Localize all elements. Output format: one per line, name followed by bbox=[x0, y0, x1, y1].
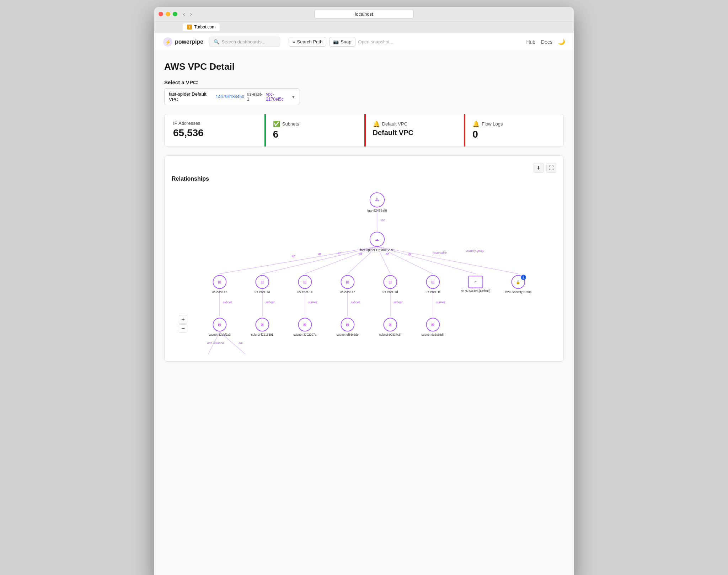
metric-ip-value: 65,536 bbox=[173, 127, 256, 139]
vpc-tag: vpc-2170ef5c bbox=[266, 92, 289, 102]
svg-text:us-east-1b: us-east-1b bbox=[212, 290, 228, 294]
search-bar[interactable]: 🔍 Search dashboards... bbox=[209, 37, 280, 47]
svg-line-4 bbox=[220, 246, 377, 274]
graph-toolbar: ⬇ ⛶ bbox=[172, 163, 556, 173]
metric-subnets-value: 6 bbox=[273, 129, 355, 140]
node-igw[interactable]: 🖧 igw-82488af8 bbox=[367, 193, 387, 213]
svg-text:subnet: subnet bbox=[223, 300, 232, 304]
svg-text:ec2 instance: ec2 instance bbox=[207, 341, 224, 345]
svg-text:⊠: ⊠ bbox=[303, 323, 306, 327]
svg-text:subnet-3702107a: subnet-3702107a bbox=[294, 333, 317, 336]
close-button[interactable] bbox=[159, 12, 163, 16]
node-vpc[interactable]: ☁ fast-spider Default VPC bbox=[360, 232, 395, 252]
title-bar-center: localhost bbox=[314, 10, 414, 18]
svg-text:subnet-82bbf2a3: subnet-82bbf2a3 bbox=[209, 333, 231, 336]
relationships-section: ⬇ ⛶ Relationships vpc az az az bbox=[164, 155, 564, 362]
ok-icon: ✅ bbox=[273, 121, 280, 127]
node-sn1[interactable]: ⊠ subnet-82bbf2a3 bbox=[209, 318, 231, 336]
svg-text:az: az bbox=[318, 252, 322, 256]
svg-text:⊞: ⊞ bbox=[431, 280, 434, 284]
search-icon: 🔍 bbox=[214, 39, 219, 44]
svg-text:subnet-ef55c3de: subnet-ef55c3de bbox=[337, 333, 359, 336]
node-sn3[interactable]: ⊠ subnet-3702107a bbox=[294, 318, 317, 336]
metric-subnets: ✅ Subnets 6 bbox=[264, 114, 364, 147]
title-bar: ‹ › localhost bbox=[154, 7, 574, 21]
theme-toggle[interactable]: 🌙 bbox=[558, 38, 565, 45]
svg-text:subnet: subnet bbox=[436, 300, 445, 304]
back-button[interactable]: ‹ bbox=[182, 11, 186, 17]
svg-text:az: az bbox=[386, 252, 389, 256]
search-path-button[interactable]: ≡ Search Path bbox=[289, 37, 326, 47]
hub-link[interactable]: Hub bbox=[526, 39, 535, 45]
svg-text:⊞: ⊞ bbox=[389, 280, 392, 284]
fullscreen-graph-button[interactable]: ⛶ bbox=[546, 163, 556, 173]
node-sn2[interactable]: ⊠ subnet-f7216391 bbox=[251, 318, 274, 336]
node-az1b[interactable]: ⊞ us-east-1b bbox=[212, 275, 228, 294]
node-sn4[interactable]: ⊠ subnet-ef55c3de bbox=[337, 318, 359, 336]
fullscreen-button[interactable] bbox=[173, 12, 177, 16]
svg-text:rtb-97a441e6 [Default]: rtb-97a441e6 [Default] bbox=[461, 289, 491, 293]
mac-window: ‹ › localhost T Turbot.com ⚡ powerpipe 🔍… bbox=[154, 7, 574, 575]
camera-icon: 📷 bbox=[333, 39, 339, 44]
alert-icon-vpc: 🔔 bbox=[373, 121, 380, 127]
svg-text:⊠: ⊠ bbox=[218, 323, 221, 327]
svg-text:eni: eni bbox=[239, 341, 243, 345]
metric-ip-label: IP Addresses bbox=[173, 121, 256, 126]
forward-button[interactable]: › bbox=[188, 11, 193, 17]
logo-text: powerpipe bbox=[175, 39, 203, 45]
node-rtb[interactable]: ≡ rtb-97a441e6 [Default] bbox=[461, 276, 491, 292]
metric-flow-logs: 🔔 Flow Logs 0 bbox=[464, 114, 563, 147]
minimize-button[interactable] bbox=[166, 12, 170, 16]
svg-text:≡: ≡ bbox=[475, 280, 477, 284]
node-az1f[interactable]: ⊞ us-east-1f bbox=[425, 275, 440, 294]
svg-text:⊠: ⊠ bbox=[261, 323, 264, 327]
node-az1c[interactable]: ⊞ us-east-1c bbox=[297, 275, 312, 294]
snap-button[interactable]: 📷 Snap bbox=[329, 37, 355, 47]
svg-text:fast-spider Default VPC: fast-spider Default VPC bbox=[360, 248, 395, 252]
svg-text:🖧: 🖧 bbox=[375, 198, 379, 202]
vpc-dropdown[interactable]: fast-spider Default VPC 146794183450 us-… bbox=[164, 88, 299, 105]
node-sg[interactable]: 🔒 VPC Security Group 8 bbox=[505, 275, 531, 294]
node-sn5[interactable]: ⊠ subnet-00337c5f bbox=[379, 318, 402, 336]
node-sn6[interactable]: ⊠ subnet-da6c68d4 bbox=[422, 318, 445, 336]
docs-link[interactable]: Docs bbox=[541, 39, 552, 45]
svg-text:8: 8 bbox=[523, 276, 524, 279]
open-snapshot-label[interactable]: Open snapshot... bbox=[358, 39, 394, 44]
svg-text:subnet: subnet bbox=[266, 300, 275, 304]
header-actions: ≡ Search Path 📷 Snap Open snapshot... bbox=[289, 37, 394, 47]
svg-text:🔒: 🔒 bbox=[516, 280, 520, 284]
svg-text:⊞: ⊞ bbox=[346, 280, 349, 284]
search-path-label: Search Path bbox=[297, 39, 323, 44]
search-placeholder: Search dashboards... bbox=[221, 39, 266, 44]
metric-default-vpc-value: Default VPC bbox=[373, 129, 455, 137]
tab-label: Turbot.com bbox=[194, 25, 215, 30]
svg-text:security group: security group bbox=[466, 249, 484, 252]
zoom-out-button[interactable]: − bbox=[179, 324, 187, 333]
metric-flow-logs-label: Flow Logs bbox=[482, 121, 503, 127]
svg-text:us-east-1a: us-east-1a bbox=[255, 290, 270, 294]
url-bar[interactable]: localhost bbox=[314, 10, 414, 18]
logo[interactable]: ⚡ powerpipe bbox=[163, 37, 203, 47]
node-az1e[interactable]: ⊞ us-east-1e bbox=[340, 275, 355, 294]
relationships-title: Relationships bbox=[172, 176, 556, 182]
zoom-controls: + − bbox=[179, 315, 187, 333]
svg-text:⊞: ⊞ bbox=[261, 280, 264, 284]
download-button[interactable]: ⬇ bbox=[534, 163, 544, 173]
node-az1a[interactable]: ⊞ us-east-1a bbox=[255, 275, 270, 294]
browser-tab[interactable]: T Turbot.com bbox=[183, 23, 220, 31]
svg-text:us-east-1d: us-east-1d bbox=[382, 290, 398, 294]
metric-subnets-header: ✅ Subnets bbox=[273, 121, 355, 127]
svg-text:subnet-da6c68d4: subnet-da6c68d4 bbox=[422, 333, 445, 336]
svg-text:us-east-1c: us-east-1c bbox=[297, 290, 312, 294]
vpc-name: fast-spider Default VPC bbox=[169, 91, 213, 102]
vpc-region: us-east-1 bbox=[247, 92, 263, 102]
svg-text:subnet: subnet bbox=[394, 300, 403, 304]
zoom-in-button[interactable]: + bbox=[179, 315, 187, 324]
page-title: AWS VPC Detail bbox=[164, 61, 564, 72]
vpc-id: 146794183450 bbox=[216, 94, 244, 99]
logo-icon: ⚡ bbox=[163, 37, 173, 47]
traffic-lights bbox=[159, 12, 177, 16]
svg-text:⊞: ⊞ bbox=[303, 280, 306, 284]
svg-text:us-east-1e: us-east-1e bbox=[340, 290, 355, 294]
node-az1d[interactable]: ⊞ us-east-1d bbox=[382, 275, 398, 294]
